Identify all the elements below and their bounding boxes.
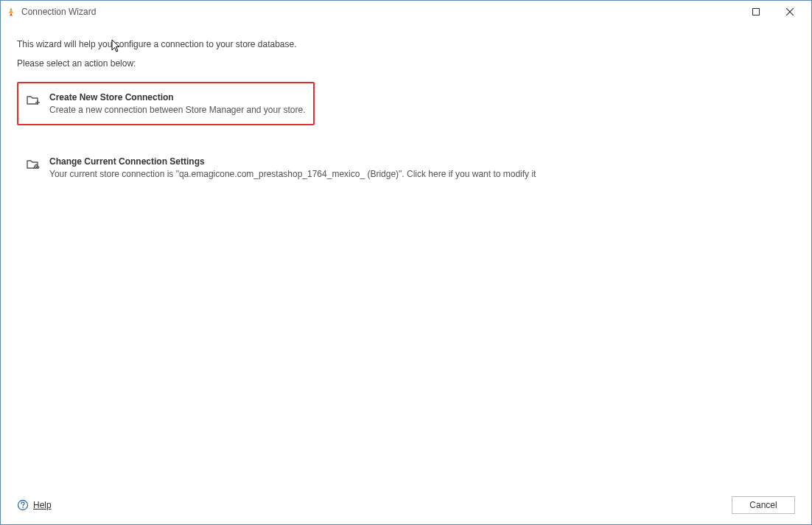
app-icon [5,6,17,18]
option-change-connection-settings[interactable]: Change Current Connection Settings Your … [17,146,795,190]
intro-line-2: Please select an action below: [17,58,795,69]
folder-edit-icon [26,157,41,172]
svg-point-6 [22,507,24,508]
svg-rect-0 [753,9,760,15]
close-button[interactable] [773,1,807,23]
option-title: Change Current Connection Settings [49,156,536,167]
option-text-group: Change Current Connection Settings Your … [49,156,536,179]
intro-line-1: This wizard will help you configure a co… [17,39,795,49]
help-label: Help [33,500,52,510]
help-link[interactable]: Help [17,499,52,511]
option-text-group: Create New Store Connection Create a new… [49,92,306,115]
option-description: Your current store connection is "qa.ema… [49,169,536,179]
folder-plus-icon [26,93,41,108]
option-description: Create a new connection between Store Ma… [49,105,306,115]
option-create-new-connection[interactable]: Create New Store Connection Create a new… [17,82,315,125]
option-title: Create New Store Connection [49,92,306,102]
cancel-button[interactable]: Cancel [732,496,795,514]
window-title: Connection Wizard [21,7,739,17]
maximize-button[interactable] [739,1,773,23]
window-controls [739,1,807,23]
wizard-content: This wizard will help you configure a co… [1,23,811,486]
help-icon [17,499,29,511]
wizard-footer: Help Cancel [1,486,811,524]
titlebar: Connection Wizard [1,1,811,23]
connection-wizard-window: Connection Wizard This wizard will help … [0,0,812,525]
